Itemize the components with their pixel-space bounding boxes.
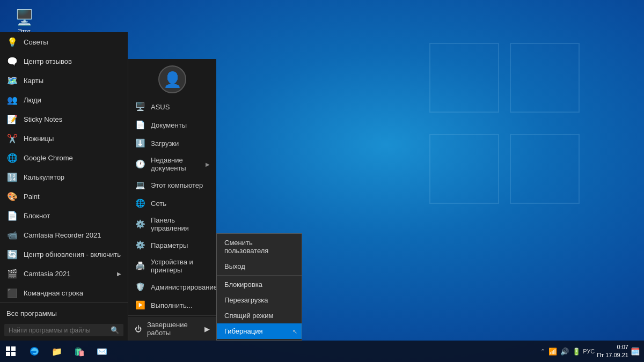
control-label: Панель управления: [151, 216, 210, 232]
nav-run[interactable]: ▶️ Выполнить...: [128, 296, 216, 314]
notepad-label: Блокнот: [24, 212, 50, 220]
start-item-update[interactable]: 🔄 Центр обновления - включить: [0, 245, 128, 264]
nav-documents[interactable]: 📄 Документы: [128, 116, 216, 134]
start-item-maps[interactable]: 🗺️ Карты: [0, 71, 128, 90]
search-icon: 🔍: [111, 326, 119, 334]
clock-date: Пт 17.09.21: [597, 351, 628, 359]
tips-icon: 💡: [6, 36, 18, 48]
run-label: Выполнить...: [151, 301, 193, 309]
nav-network[interactable]: 🌐 Сеть: [128, 194, 216, 212]
maps-icon: 🗺️: [6, 75, 18, 86]
tips-label: Советы: [24, 38, 48, 46]
start-item-camtasia-rec[interactable]: 📹 Camtasia Recorder 2021: [0, 225, 128, 245]
start-item-cmd[interactable]: ⬛ Командная строка: [0, 283, 128, 302]
start-item-chrome[interactable]: 🌐 Google Chrome: [0, 148, 128, 167]
svg-rect-0: [6, 346, 10, 351]
nav-computer[interactable]: 💻 Этот компьютер: [128, 176, 216, 194]
recent-label: Недавние документы: [151, 156, 200, 172]
start-item-feedback[interactable]: 🗨️ Центр отзывов: [0, 51, 128, 71]
calc-label: Калькулятор: [24, 173, 64, 181]
start-menu-bottom: Все программы 🔍: [0, 302, 128, 341]
shutdown-label: Завершение работы: [147, 321, 199, 337]
update-label: Центр обновления - включить: [24, 250, 121, 258]
start-item-tips[interactable]: 💡 Советы: [0, 32, 128, 51]
power-options-popup: Сменить пользователя Выход Блокировка Пе…: [216, 233, 302, 341]
taskbar-right-area: ⌃ 📶 🔊 🔋 РУС 0:07 Пт 17.09.21 🗓️: [540, 343, 644, 360]
admin-icon: 🛡️: [135, 282, 145, 292]
svg-rect-2: [6, 352, 10, 356]
svg-rect-3: [11, 352, 16, 356]
downloads-label: Загрузки: [151, 139, 179, 147]
power-switch-user[interactable]: Сменить пользователя: [217, 235, 302, 258]
settings-label: Параметры: [151, 241, 188, 249]
camtasia-label: Camtasia 2021: [24, 270, 70, 278]
start-menu: 💡 Советы 🗨️ Центр отзывов 🗺️ Карты 👥 Люд…: [0, 32, 128, 341]
computer-icon: 💻: [135, 180, 145, 190]
documents-icon: 📄: [135, 120, 145, 130]
nav-recent[interactable]: 🕐 Недавние документы ▶: [128, 152, 216, 176]
power-restart[interactable]: Перезагрузка: [217, 292, 302, 308]
svg-rect-1: [11, 346, 16, 351]
hibernate-cursor: ↖: [292, 328, 297, 335]
start-item-notepad[interactable]: 📄 Блокнот: [0, 206, 128, 225]
user-avatar[interactable]: 👤: [158, 65, 186, 93]
start-item-sticky[interactable]: 📝 Sticky Notes: [0, 109, 128, 129]
taskbar-store[interactable]: 🛍️: [69, 341, 90, 362]
battery-icon: 🔋: [572, 348, 581, 356]
devices-label: Устройства и принтеры: [151, 258, 210, 274]
cmd-icon: ⬛: [6, 287, 18, 299]
people-icon: 👥: [6, 94, 18, 106]
nav-control[interactable]: ⚙️ Панель управления: [128, 212, 216, 236]
start-search-input[interactable]: [9, 327, 111, 334]
nav-settings[interactable]: ⚙️ Параметры: [128, 236, 216, 254]
language-indicator[interactable]: РУС: [583, 348, 595, 354]
start-search-bar[interactable]: 🔍: [4, 324, 123, 336]
power-lock[interactable]: Блокировка: [217, 277, 302, 292]
start-item-calc[interactable]: 🔢 Калькулятор: [0, 167, 128, 187]
nav-asus[interactable]: 🖥️ ASUS: [128, 98, 216, 116]
nav-admin[interactable]: 🛡️ Администрирование ▶: [128, 278, 216, 296]
taskbar-clock[interactable]: 0:07 Пт 17.09.21: [597, 343, 628, 360]
power-sleep[interactable]: Спящий режим: [217, 308, 302, 323]
documents-label: Документы: [151, 121, 187, 129]
cmd-label: Командная строка: [24, 289, 83, 297]
paint-icon: 🎨: [6, 190, 18, 202]
edge-taskbar-icon: [29, 346, 40, 357]
power-logout[interactable]: Выход: [217, 258, 302, 274]
notepad-icon: 📄: [6, 210, 18, 221]
scissors-label: Ножницы: [24, 135, 54, 143]
update-icon: 🔄: [6, 248, 18, 260]
windows-icon: [6, 346, 16, 356]
feedback-label: Центр отзывов: [24, 57, 72, 65]
network-tray-icon[interactable]: 📶: [548, 348, 557, 356]
taskbar-edge[interactable]: [24, 341, 45, 362]
nav-shutdown[interactable]: ⏻ Завершение работы ▶: [128, 317, 216, 341]
volume-icon[interactable]: 🔊: [560, 348, 569, 356]
taskbar-mail[interactable]: ✉️: [91, 341, 113, 362]
maps-label: Карты: [24, 77, 43, 85]
all-programs-button[interactable]: Все программы: [0, 305, 128, 322]
nav-downloads[interactable]: ⬇️ Загрузки: [128, 134, 216, 152]
chevron-up-icon[interactable]: ⌃: [540, 348, 545, 355]
camtasia-rec-label: Camtasia Recorder 2021: [24, 231, 101, 239]
settings-icon: ⚙️: [135, 240, 145, 250]
start-button[interactable]: [0, 341, 21, 362]
start-item-camtasia[interactable]: 🎬 Camtasia 2021 ▶: [0, 264, 128, 283]
start-item-paint[interactable]: 🎨 Paint: [0, 187, 128, 206]
asus-icon: 🖥️: [135, 101, 145, 112]
camtasia-arrow: ▶: [117, 271, 121, 277]
all-programs-label: Все программы: [6, 309, 57, 317]
start-item-scissors[interactable]: ✂️ Ножницы: [0, 129, 128, 148]
computer-label: Этот компьютер: [151, 181, 203, 189]
start-item-people[interactable]: 👥 Люди: [0, 90, 128, 109]
taskbar-explorer[interactable]: 📁: [46, 341, 68, 362]
power-hibernate[interactable]: Гибернация ↖: [217, 323, 302, 339]
windows-logo-bg: [429, 43, 580, 204]
run-icon: ▶️: [135, 300, 145, 311]
nav-devices[interactable]: 🖨️ Устройства и принтеры: [128, 254, 216, 278]
start-menu-apps-list: 💡 Советы 🗨️ Центр отзывов 🗺️ Карты 👥 Люд…: [0, 32, 128, 302]
notification-icon[interactable]: 🗓️: [631, 347, 640, 356]
tray-icons: ⌃ 📶 🔊 🔋: [540, 348, 581, 356]
chrome-label: Google Chrome: [24, 154, 73, 162]
clock-time: 0:07: [597, 343, 628, 351]
